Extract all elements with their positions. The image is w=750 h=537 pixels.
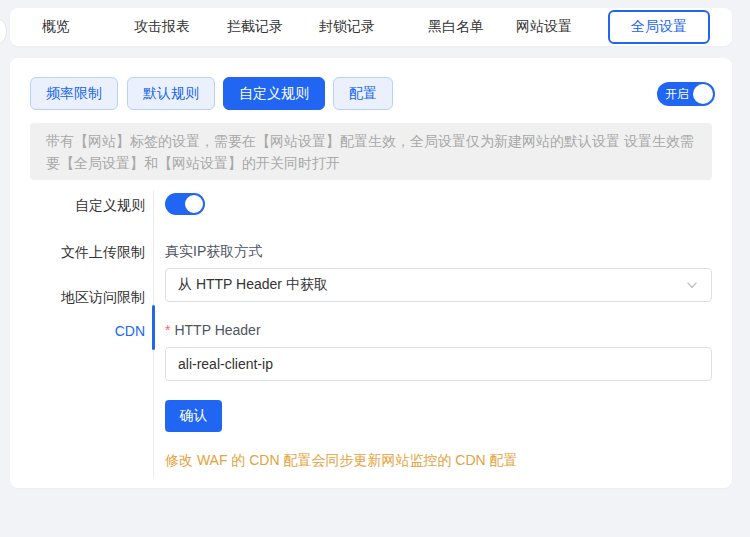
chevron-down-icon: [685, 278, 699, 292]
real-ip-method-label: 真实IP获取方式: [165, 243, 262, 261]
custom-rule-toggle[interactable]: [165, 193, 205, 215]
confirm-button[interactable]: 确认: [165, 400, 222, 432]
required-mark: *: [165, 322, 170, 338]
tab-black-white-list[interactable]: 黑白名单: [428, 8, 484, 46]
top-nav-bar: 概览 攻击报表 拦截记录 封锁记录 黑白名单 网站设置 全局设置: [10, 8, 732, 46]
sidebar-active-indicator: [152, 305, 155, 350]
real-ip-method-select[interactable]: 从 HTTP Header 中获取: [165, 268, 712, 302]
drawer-handle[interactable]: [0, 19, 7, 44]
switch-knob: [693, 84, 713, 104]
sidebar-item-region-limit[interactable]: 地区访问限制: [25, 289, 145, 307]
filter-config[interactable]: 配置: [333, 77, 393, 110]
info-banner: 带有【网站】标签的设置，需要在【网站设置】配置生效，全局设置仅为新建网站的默认设…: [30, 123, 712, 180]
select-value: 从 HTTP Header 中获取: [178, 276, 685, 294]
toggle-knob: [185, 195, 203, 213]
tab-global-settings[interactable]: 全局设置: [608, 10, 710, 44]
tab-block-log[interactable]: 封锁记录: [319, 8, 375, 46]
http-header-label: *HTTP Header: [165, 322, 261, 338]
global-settings-panel: 频率限制 默认规则 自定义规则 配置 开启 带有【网站】标签的设置，需要在【网站…: [10, 58, 732, 488]
sidebar-item-file-upload-limit[interactable]: 文件上传限制: [25, 244, 145, 262]
tab-attack-reports[interactable]: 攻击报表: [134, 8, 190, 46]
filter-custom-rules[interactable]: 自定义规则: [223, 77, 325, 110]
filter-rate-limit[interactable]: 频率限制: [30, 77, 118, 110]
http-header-input[interactable]: [165, 347, 712, 381]
global-enable-switch[interactable]: 开启: [657, 82, 715, 106]
sidebar-item-custom-rules[interactable]: 自定义规则: [25, 197, 145, 215]
switch-on-label: 开启: [657, 86, 689, 103]
tab-site-settings[interactable]: 网站设置: [516, 8, 572, 46]
tab-intercept-log[interactable]: 拦截记录: [227, 8, 283, 46]
filter-default-rules[interactable]: 默认规则: [127, 77, 215, 110]
tab-overview[interactable]: 概览: [42, 8, 70, 46]
cdn-sync-warning: 修改 WAF 的 CDN 配置会同步更新网站监控的 CDN 配置: [165, 452, 518, 470]
sidebar-item-cdn[interactable]: CDN: [25, 323, 145, 339]
